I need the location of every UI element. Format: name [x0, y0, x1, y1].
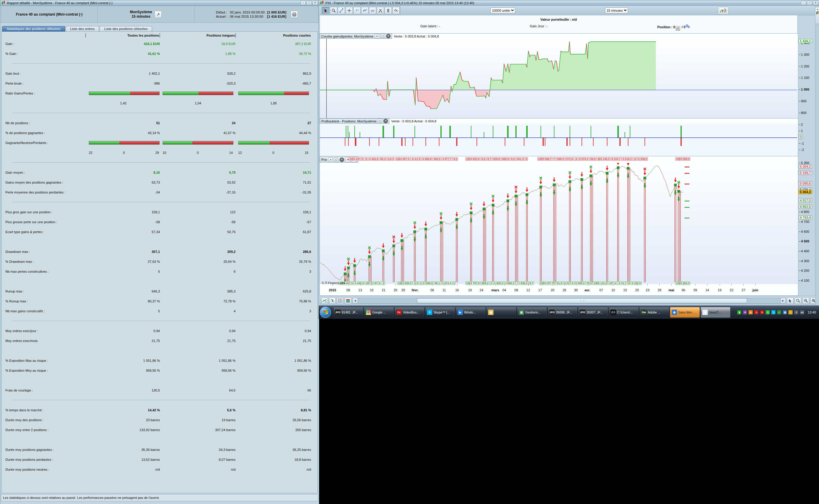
wrench-icon[interactable]: [328, 157, 333, 162]
taskbar-item-91481-jf-[interactable]: JFD91481: JF...: [333, 307, 363, 318]
price-level-box: 5 264,2: [799, 164, 812, 169]
axis-tick-label: 1 300: [799, 53, 809, 56]
close-icon[interactable]: ✕: [383, 119, 388, 123]
print-icon[interactable]: [291, 11, 298, 18]
pointer-mode-icon[interactable]: [787, 297, 793, 304]
report-footer: Les statistiques ci-dessus sont relative…: [1, 494, 318, 501]
horizontal-scrollbar[interactable]: ◄ ►: [353, 298, 786, 303]
date-label: 19: [468, 288, 472, 292]
pointer-tool[interactable]: [322, 7, 329, 14]
taskbar-item-skype-[interactable]: SSkype™ [...: [425, 307, 455, 318]
wrench-icon[interactable]: [375, 34, 379, 38]
price-chart[interactable]: [320, 163, 797, 284]
zoom-tool[interactable]: [330, 7, 337, 14]
equity-panel: Courbe gains&pertes: MonSystème ▢ ✕ Vent…: [319, 33, 798, 119]
trendline-tool[interactable]: [338, 7, 345, 14]
zigzag-tool[interactable]: [361, 7, 368, 14]
report-titlebar[interactable]: Rapport détaillé - MonSystème - France 4…: [0, 0, 319, 6]
taskbar-item-c-users-[interactable]: C:\C:\Users\...: [609, 307, 639, 318]
windows-taskbar: JFD91481: JF...Google ...FzVideoBou...SS…: [319, 305, 819, 319]
orders-display-icon[interactable]: [329, 297, 336, 304]
jfd-icon: JFD: [580, 310, 585, 315]
equity-panel-tab[interactable]: Courbe gains&pertes: MonSystème ▢ ✕: [320, 34, 392, 39]
layers-icon[interactable]: [345, 297, 351, 304]
table-row: Gain brut :1 402,1539,2862,9: [2, 68, 317, 78]
taskbar-item-adobe-[interactable]: DwAdobe ...: [639, 307, 669, 318]
positions-panel-tab[interactable]: ProBacktest - Positions: MonSystème ▢ ✕: [320, 119, 389, 124]
close-icon[interactable]: ✕: [386, 34, 391, 38]
tab-closed-positions-list[interactable]: Liste des positions clôturées: [100, 26, 152, 32]
taskbar-item-26006-jf-[interactable]: JFD26006: JF...: [547, 307, 577, 318]
web-icon: ◍: [672, 310, 677, 315]
wrench-icon[interactable]: [155, 11, 162, 18]
minimize-button[interactable]: –: [301, 1, 306, 5]
positions-chart[interactable]: [320, 124, 797, 156]
start-button[interactable]: [320, 307, 331, 318]
tray-icon[interactable]: S: [771, 310, 775, 314]
restore-button[interactable]: □: [307, 1, 312, 5]
wmp-icon: ▶: [457, 310, 463, 315]
table-view-icon[interactable]: [337, 297, 343, 304]
tab-statistics[interactable]: Statistiques des positions clôturées: [2, 26, 65, 32]
close-button[interactable]: ✕: [313, 1, 318, 5]
scrollbar-track[interactable]: [358, 298, 780, 304]
timeframe-select[interactable]: 15 minutes: [605, 7, 628, 13]
pattern-tool[interactable]: [369, 7, 376, 14]
tray-icon[interactable]: ●: [749, 310, 753, 314]
tray-icon[interactable]: A: [754, 310, 758, 314]
tray-icon[interactable]: ▮: [737, 310, 741, 314]
taskbar-clock[interactable]: 13:40: [806, 311, 819, 314]
scroll-right-arrow[interactable]: ►: [780, 298, 786, 304]
taskbar-item-windo-[interactable]: ▶Windo...: [456, 307, 486, 318]
maximize-icon[interactable]: ▢: [378, 119, 382, 123]
taskbar-item-google-[interactable]: Google ...: [364, 307, 394, 318]
scissors-tool[interactable]: [377, 7, 384, 14]
trash-tool[interactable]: [385, 7, 392, 14]
taskbar-item-java-t-[interactable]: ▮Java(T...: [701, 307, 731, 318]
taskbar-item-gestionn-[interactable]: ▥Gestionn...: [517, 307, 547, 318]
chart-titlebar[interactable]: PXI - France 40 au comptant (Mini-contra…: [319, 0, 819, 6]
maximize-icon[interactable]: ▢: [380, 34, 385, 38]
tray-icon[interactable]: ✓: [777, 310, 781, 314]
tab-orders-list[interactable]: Liste des ordres: [66, 26, 99, 32]
taskbar-item-videobou-[interactable]: FzVideoBou...: [395, 307, 425, 318]
tray-icon[interactable]: !: [788, 310, 793, 314]
taskbar-item-sans-titre-[interactable]: ◍Sans titre...: [670, 307, 700, 318]
scrollbar-thumb[interactable]: [417, 298, 747, 303]
maximize-icon[interactable]: ▢: [334, 157, 338, 162]
tray-icon[interactable]: ◄): [800, 310, 804, 314]
edit-chart-icon[interactable]: [321, 297, 328, 304]
units-select[interactable]: 10000 unités: [491, 7, 515, 13]
close-button[interactable]: ✕: [813, 1, 818, 5]
equity-chart[interactable]: [320, 39, 797, 119]
zoom-out-icon[interactable]: [803, 297, 809, 304]
gain-loss-ratio-bar: [89, 91, 160, 95]
long-short-tool[interactable]: [392, 7, 400, 14]
indicator-tool[interactable]: f: [353, 7, 361, 14]
taskbar-item-26007-jf-[interactable]: JFD26007: JF...: [578, 307, 608, 318]
zoom-selection-icon[interactable]: [795, 297, 801, 304]
minimize-button[interactable]: –: [801, 1, 806, 5]
close-position-icon[interactable]: ✕: [676, 26, 680, 31]
close-icon[interactable]: ✕: [340, 157, 344, 162]
table-row: Gagnants/Neutres/Perdants :: [2, 138, 317, 148]
tray-icon[interactable]: S: [766, 310, 770, 314]
tray-icon[interactable]: N: [760, 310, 764, 314]
settings-gears-icon[interactable]: [685, 24, 690, 28]
tray-icon[interactable]: ıl: [794, 310, 798, 314]
taskbar-item-folder[interactable]: ▣: [486, 307, 516, 318]
sidebar-expand-tab[interactable]: ◂: [815, 7, 819, 24]
crosshair-tool[interactable]: [346, 7, 353, 14]
table-row: Perte moyenne des positions perdantes :-…: [2, 187, 317, 197]
prt-icon: ▮: [702, 310, 708, 315]
price-level-box: 4 917,0: [799, 198, 812, 203]
restore-button[interactable]: □: [807, 1, 812, 5]
equity-panel-title: Courbe gains&pertes: MonSystème: [321, 35, 373, 38]
tray-icon[interactable]: ▦: [783, 310, 787, 314]
axis-tick-label: 2: [799, 123, 803, 126]
axis-tick-label: -2: [799, 148, 804, 151]
table-row: % Exposition Max au risque :1 051,86 %1 …: [2, 355, 317, 365]
scroll-left-arrow[interactable]: ◄: [353, 298, 358, 304]
chart-type-button[interactable]: [718, 7, 729, 14]
tray-icon[interactable]: ♥: [743, 310, 747, 314]
